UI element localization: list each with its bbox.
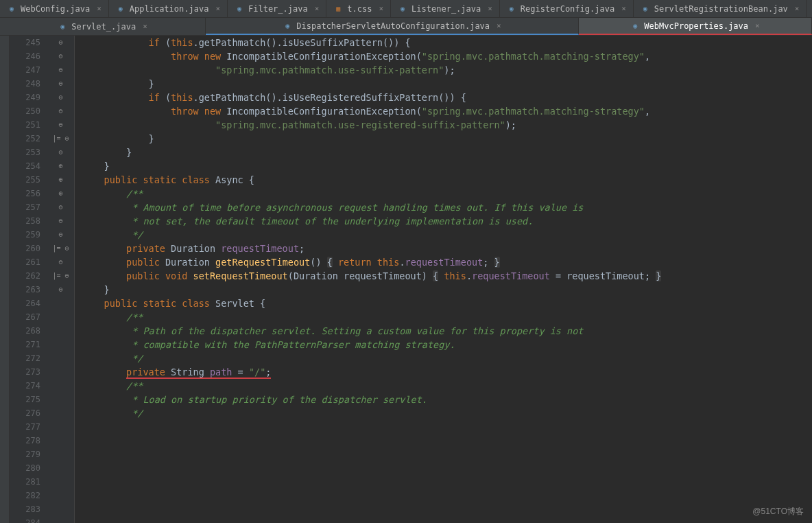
code-line[interactable]: "spring.mvc.pathmatch.use-registered-suf… — [82, 118, 812, 132]
code-line[interactable]: if (this.getPathmatch().isUseSuffixPatte… — [82, 36, 812, 49]
fold-marker[interactable]: ⊕ — [47, 173, 74, 187]
fold-marker[interactable]: |= ⊖ — [47, 242, 74, 255]
line-number: 275 — [10, 393, 40, 406]
line-number: 278 — [10, 434, 40, 448]
close-icon[interactable]: × — [97, 4, 102, 13]
fold-marker[interactable]: ⊕ — [47, 159, 74, 173]
line-number: 264 — [10, 297, 40, 310]
close-icon[interactable]: × — [315, 4, 320, 13]
line-number: 247 — [10, 63, 40, 77]
fold-marker[interactable]: |= ⊖ — [47, 269, 74, 283]
code-line[interactable]: } — [82, 283, 812, 297]
fold-marker[interactable]: ⊖ — [47, 91, 74, 104]
code-line[interactable]: * compatible with the PathPatternParser … — [82, 338, 812, 351]
close-icon[interactable]: × — [143, 22, 147, 31]
tab-label: WebConfig.java — [21, 4, 90, 14]
fold-marker[interactable]: ⊖ — [47, 49, 74, 63]
fold-marker[interactable]: ⊖ — [47, 104, 74, 118]
code-line[interactable]: */ — [82, 351, 812, 365]
line-number: 277 — [10, 420, 40, 434]
code-line[interactable]: } — [82, 146, 812, 159]
close-icon[interactable]: × — [795, 4, 800, 13]
line-number: 279 — [10, 448, 40, 461]
code-area[interactable]: if (this.getPathmatch().isUseSuffixPatte… — [75, 36, 812, 523]
java-file-icon: ◉ — [641, 4, 650, 14]
tab-listener_-java[interactable]: ◉Listener_.java× — [391, 0, 500, 17]
fold-marker[interactable]: ⊖ — [47, 77, 74, 91]
tab-label: WebMvcProperties.java — [644, 21, 748, 31]
tab-row-2: ◉Servlet_.java×◉DispatcherServletAutoCon… — [0, 18, 812, 36]
close-icon[interactable]: × — [379, 4, 383, 13]
line-number: 276 — [10, 406, 40, 420]
fold-marker[interactable]: ⊖ — [47, 63, 74, 77]
code-line[interactable]: */ — [82, 228, 812, 242]
line-number: 245 — [10, 36, 40, 49]
fold-marker[interactable]: ⊕ — [47, 187, 74, 200]
line-number: 263 — [10, 283, 40, 297]
fold-marker[interactable]: |= ⊖ — [47, 132, 74, 146]
fold-marker[interactable]: ⊖ — [47, 36, 74, 49]
line-number: 268 — [10, 324, 40, 338]
code-line[interactable]: if (this.getPathmatch().isUseRegisteredS… — [82, 91, 812, 104]
tab-servlet_-java[interactable]: ◉Servlet_.java× — [0, 18, 206, 35]
close-icon[interactable]: × — [488, 4, 492, 13]
java-file-icon: ◉ — [116, 4, 126, 14]
fold-marker[interactable]: ⊖ — [47, 283, 74, 297]
tab-webconfig-java[interactable]: ◉WebConfig.java× — [0, 0, 109, 17]
close-icon[interactable]: × — [215, 4, 220, 13]
tab-label: t.css — [347, 4, 372, 14]
code-line[interactable]: * Amount of time before asynchronous req… — [82, 200, 812, 214]
line-number: 284 — [10, 516, 40, 523]
code-line[interactable]: } — [82, 77, 812, 91]
code-line[interactable]: /** — [82, 379, 812, 393]
code-line[interactable]: } — [82, 132, 812, 146]
line-number: 248 — [10, 77, 40, 91]
code-line[interactable]: public static class Async { — [82, 173, 812, 187]
code-line[interactable]: public static class Servlet { — [82, 297, 812, 310]
tab-label: RegisterConfig.java — [521, 4, 614, 14]
java-file-icon: ◉ — [235, 4, 244, 14]
java-file-icon: ◉ — [58, 22, 67, 32]
code-line[interactable]: * Load on startup priority of the dispat… — [82, 393, 812, 406]
tab-t-css[interactable]: ▦t.css× — [326, 0, 391, 17]
java-file-icon: ◉ — [7, 4, 16, 14]
tab-label: Servlet_.java — [71, 22, 136, 32]
code-editor[interactable]: 2452462472482492502512522532542552562572… — [0, 36, 812, 523]
code-line[interactable]: throw new IncompatibleConfigurationExcep… — [82, 104, 812, 118]
css-file-icon: ▦ — [333, 4, 343, 14]
tab-registerconfig-java[interactable]: ◉RegisterConfig.java× — [500, 0, 634, 17]
tab-dispatcherservletautoconfiguration-java[interactable]: ◉DispatcherServletAutoConfiguration.java… — [206, 18, 579, 35]
fold-marker[interactable]: ⊖ — [47, 228, 74, 242]
line-number: 267 — [10, 310, 40, 324]
code-line[interactable]: * Path of the dispatcher servlet. Settin… — [82, 324, 812, 338]
code-line[interactable]: /** — [82, 187, 812, 200]
fold-marker[interactable]: ⊖ — [47, 200, 74, 214]
tab-label: Application.java — [130, 4, 209, 14]
code-line[interactable]: */ — [82, 406, 812, 420]
tab-filter_-java[interactable]: ◉Filter_.java× — [228, 0, 326, 17]
line-number: 246 — [10, 49, 40, 63]
line-number: 253 — [10, 146, 40, 159]
tab-servletregistrationbean-jav[interactable]: ◉ServletRegistrationBean.jav× — [634, 0, 807, 17]
code-line[interactable]: public void setRequestTimeout(Duration r… — [82, 269, 812, 283]
code-line[interactable]: * not set, the default timeout of the un… — [82, 214, 812, 228]
tab-webmvcproperties-java[interactable]: ◉WebMvcProperties.java× — [579, 18, 812, 35]
code-line[interactable]: "spring.mvc.pathmatch.use-suffix-pattern… — [82, 63, 812, 77]
fold-marker[interactable]: ⊖ — [47, 146, 74, 159]
line-number: 261 — [10, 255, 40, 269]
code-line[interactable]: public Duration getRequestTimeout() { re… — [82, 255, 812, 269]
tab-application-java[interactable]: ◉Application.java× — [109, 0, 228, 17]
code-line[interactable]: /** — [82, 310, 812, 324]
code-line[interactable]: throw new IncompatibleConfigurationExcep… — [82, 49, 812, 63]
fold-marker[interactable]: ⊖ — [47, 255, 74, 269]
close-icon[interactable]: × — [755, 21, 760, 30]
fold-marker[interactable]: ⊖ — [47, 118, 74, 132]
code-line[interactable]: private Duration requestTimeout; — [82, 242, 812, 255]
code-line[interactable]: private String path = "/"; — [82, 365, 812, 379]
fold-marker[interactable]: ⊖ — [47, 214, 74, 228]
line-number: 252 — [10, 132, 40, 146]
close-icon[interactable]: × — [497, 21, 501, 30]
close-icon[interactable]: × — [621, 4, 626, 13]
line-number: 271 — [10, 338, 40, 351]
code-line[interactable]: } — [82, 159, 812, 173]
